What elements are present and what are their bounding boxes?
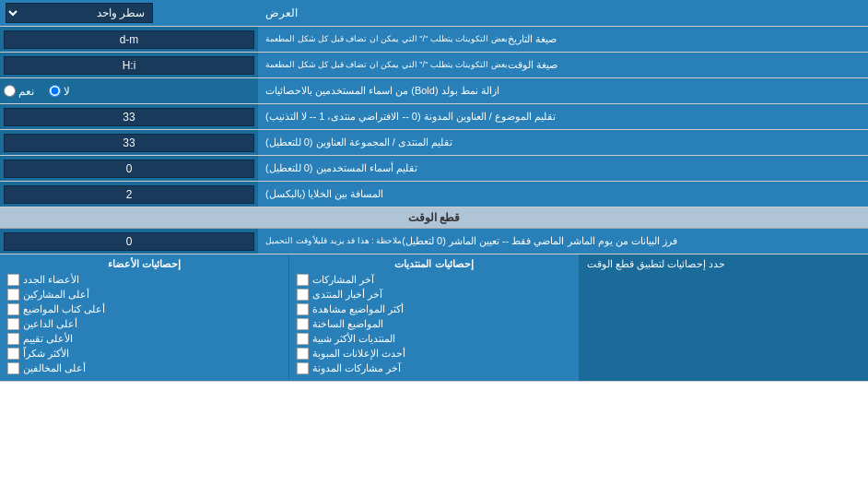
forum-group-row: تقليم المنتدى / المجموعة العناوين (0 للت… xyxy=(0,130,868,156)
checkbox-forum-4[interactable] xyxy=(297,333,309,345)
time-format-label: صيغة الوقت بعض التكوينات يتطلب "/" التي … xyxy=(258,53,868,77)
cell-spacing-input-cell xyxy=(0,182,258,207)
stats-limit-label: حدد إحصائيات لتطبيق قطع الوقت xyxy=(587,258,725,270)
stats-item-forum-4: المنتديات الأكثر شبية xyxy=(297,333,570,345)
checkbox-member-2[interactable] xyxy=(7,303,19,315)
stats-col-limit: حدد إحصائيات لتطبيق قطع الوقت xyxy=(579,254,868,381)
main-container: العرض سطر واحد صيغة التاريخ بعض التكوينا… xyxy=(0,0,868,382)
date-format-input-cell xyxy=(0,27,258,52)
stats-item-member-2: أعلى كتاب المواضيع xyxy=(7,303,281,315)
time-format-row: صيغة الوقت بعض التكوينات يتطلب "/" التي … xyxy=(0,53,868,78)
bold-remove-input-cell: لا نعم xyxy=(0,78,258,103)
time-format-input[interactable] xyxy=(4,56,254,75)
username-trim-row: تقليم أسماء المستخدمين (0 للتعطيل) xyxy=(0,156,868,182)
stats-item-forum-2: أكثر المواضيع مشاهدة xyxy=(297,303,570,315)
stats-item-forum-1: آخر أخبار المنتدى xyxy=(297,289,570,301)
stats-col-members: إحصائيات الأعضاء الأعضاء الجدد أعلى المش… xyxy=(0,254,288,381)
bold-yes-radio[interactable] xyxy=(4,85,16,97)
cutoff-input[interactable] xyxy=(4,232,254,251)
date-format-row: صيغة التاريخ بعض التكوينات يتطلب "/" الت… xyxy=(0,27,868,53)
stats-members-title: إحصائيات الأعضاء xyxy=(7,258,281,270)
time-format-input-cell xyxy=(0,53,258,77)
forum-group-input-cell xyxy=(0,130,258,155)
bold-no-radio[interactable] xyxy=(49,85,61,97)
display-row: العرض سطر واحد xyxy=(0,0,868,27)
topic-count-label: تقليم الموضوع / العناوين المدونة (0 -- ا… xyxy=(258,104,868,129)
date-format-label: صيغة التاريخ بعض التكوينات يتطلب "/" الت… xyxy=(258,27,868,52)
checkbox-member-3[interactable] xyxy=(7,318,19,330)
stats-item-forum-3: المواضيع الساخنة xyxy=(297,318,570,330)
stats-grid: حدد إحصائيات لتطبيق قطع الوقت إحصائيات ا… xyxy=(0,254,868,382)
stats-item-member-3: أعلى الداعين xyxy=(7,318,281,330)
cell-spacing-row: المسافة بين الخلايا (بالبكسل) xyxy=(0,182,868,207)
display-select-cell: سطر واحد xyxy=(0,0,258,26)
stats-col-forums: إحصائيات المنتديات آخر المشاركات آخر أخب… xyxy=(288,254,578,381)
checkbox-member-0[interactable] xyxy=(7,274,19,286)
topic-count-row: تقليم الموضوع / العناوين المدونة (0 -- ا… xyxy=(0,104,868,130)
cell-spacing-input[interactable] xyxy=(4,185,254,204)
cutoff-label: فرز البيانات من يوم الماشر الماضي فقط --… xyxy=(258,229,868,254)
display-label: العرض xyxy=(258,0,868,26)
stats-item-member-4: الأعلى تقييم xyxy=(7,333,281,345)
bold-yes-option[interactable]: نعم xyxy=(4,85,34,98)
stats-item-member-5: الأكثر شكراً xyxy=(7,348,281,360)
bold-remove-label: ازالة نمط بولد (Bold) من اسماء المستخدمي… xyxy=(258,78,868,103)
cutoff-row: فرز البيانات من يوم الماشر الماضي فقط --… xyxy=(0,229,868,254)
stats-item-member-1: أعلى المشاركين xyxy=(7,289,281,301)
topic-count-input-cell xyxy=(0,104,258,129)
time-section-header: قطع الوقت xyxy=(0,207,868,229)
stats-item-member-6: أعلى المخالفين xyxy=(7,362,281,374)
checkbox-member-6[interactable] xyxy=(7,362,19,374)
username-trim-label: تقليم أسماء المستخدمين (0 للتعطيل) xyxy=(258,156,868,181)
checkbox-forum-6[interactable] xyxy=(297,362,309,374)
stats-item-forum-5: أحدث الإعلانات المبوبة xyxy=(297,348,570,360)
checkbox-member-4[interactable] xyxy=(7,333,19,345)
checkbox-member-5[interactable] xyxy=(7,348,19,360)
forum-group-input[interactable] xyxy=(4,134,254,152)
stats-forums-title: إحصائيات المنتديات xyxy=(297,258,570,270)
checkbox-forum-5[interactable] xyxy=(297,348,309,360)
username-trim-input-cell xyxy=(0,156,258,181)
checkbox-forum-0[interactable] xyxy=(297,274,309,286)
checkbox-forum-1[interactable] xyxy=(297,289,309,301)
stats-item-member-0: الأعضاء الجدد xyxy=(7,274,281,286)
stats-item-forum-0: آخر المشاركات xyxy=(297,274,570,286)
bold-no-option[interactable]: لا xyxy=(49,85,70,98)
checkbox-member-1[interactable] xyxy=(7,289,19,301)
bold-yes-label: نعم xyxy=(18,85,34,98)
forum-group-label: تقليم المنتدى / المجموعة العناوين (0 للت… xyxy=(258,130,868,155)
date-format-input[interactable] xyxy=(4,30,254,49)
bold-no-label: لا xyxy=(64,85,70,98)
stats-item-forum-6: آخر مشاركات المدونة xyxy=(297,362,570,374)
checkbox-forum-2[interactable] xyxy=(297,303,309,315)
display-select[interactable]: سطر واحد xyxy=(6,3,153,23)
bold-remove-row: ازالة نمط بولد (Bold) من اسماء المستخدمي… xyxy=(0,78,868,104)
cell-spacing-label: المسافة بين الخلايا (بالبكسل) xyxy=(258,182,868,207)
username-trim-input[interactable] xyxy=(4,160,254,178)
topic-count-input[interactable] xyxy=(4,108,254,126)
checkbox-forum-3[interactable] xyxy=(297,318,309,330)
cutoff-input-cell xyxy=(0,229,258,254)
